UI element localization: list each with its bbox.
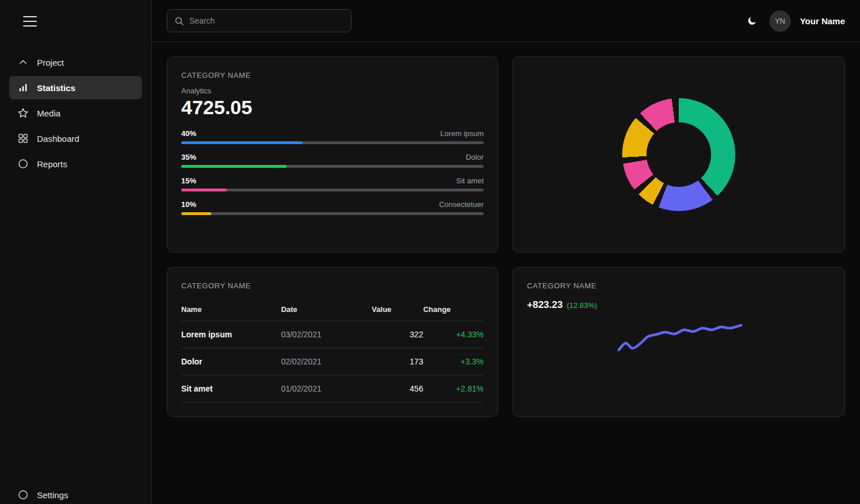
moon-icon — [746, 16, 757, 27]
cell-value: 456 — [372, 375, 423, 403]
table-row: Lorem ipsum 03/02/2021 322 +4.33% — [181, 321, 484, 348]
grid-icon — [17, 133, 29, 144]
sidebar-nav: Project Statistics Media — [0, 50, 151, 176]
progress-bar-list: 40% Lorem ipsum 35% Dolor — [181, 129, 484, 215]
progress-fill — [181, 189, 227, 191]
user-name: Your Name — [800, 16, 845, 26]
main-area: YN Your Name CATEGORY NAME Analytics 472… — [152, 0, 860, 504]
cell-name: Lorem ipsum — [181, 321, 281, 348]
cell-value: 173 — [372, 348, 423, 375]
content-grid: CATEGORY NAME Analytics 4725.05 40% Lore… — [152, 42, 860, 431]
donut-card — [513, 57, 845, 253]
column-header: Change — [423, 300, 484, 321]
cell-date: 02/02/2021 — [281, 348, 372, 375]
chevron-up-icon — [17, 57, 29, 68]
progress-fill — [181, 212, 211, 215]
trend-change: (12.83%) — [567, 301, 597, 310]
stats-card: CATEGORY NAME Analytics 4725.05 40% Lore… — [167, 57, 498, 253]
stats-big-number: 4725.05 — [181, 96, 484, 119]
progress-fill — [181, 141, 302, 144]
avatar[interactable]: YN — [769, 10, 791, 32]
progress-bar-row: 35% Dolor — [181, 153, 484, 168]
dark-mode-toggle[interactable] — [744, 13, 760, 29]
progress-bar-row: 10% Consectetuer — [181, 200, 484, 215]
cell-change: +2.81% — [423, 375, 484, 403]
trend-value-row: +823.23 (12.83%) — [527, 299, 831, 311]
cell-date: 01/02/2021 — [281, 375, 372, 403]
cell-change: +3.3% — [423, 348, 484, 375]
bar-percent: 35% — [181, 153, 196, 161]
bar-percent: 40% — [181, 129, 196, 138]
hamburger-menu-icon[interactable] — [23, 16, 37, 27]
trend-card: CATEGORY NAME +823.23 (12.83%) — [513, 267, 845, 417]
progress-bar-row: 15% Sit amet — [181, 176, 484, 191]
bar-chart-icon — [17, 82, 29, 93]
circle-icon — [17, 489, 29, 501]
table-row: Dolor 02/02/2021 173 +3.3% — [181, 348, 484, 375]
card-category-label: CATEGORY NAME — [181, 281, 484, 290]
bar-label: Sit amet — [456, 176, 484, 185]
progress-fill — [181, 165, 287, 168]
sidebar-item-label: Media — [37, 108, 61, 118]
search-icon — [174, 16, 184, 26]
sidebar-item-label: Project — [37, 58, 64, 67]
circle-icon — [17, 158, 29, 170]
cell-name: Dolor — [181, 348, 281, 375]
donut-hole — [646, 122, 711, 187]
search-box[interactable] — [167, 9, 352, 32]
bar-label: Lorem ipsum — [440, 129, 484, 138]
data-table: Name Date Value Change Lorem ipsum 03/02… — [181, 300, 484, 403]
sparkline-chart — [527, 318, 832, 387]
sidebar-item-label: Statistics — [37, 83, 76, 93]
topbar-right: YN Your Name — [744, 10, 845, 32]
sidebar-item-project[interactable]: Project — [9, 51, 142, 74]
sidebar-item-media[interactable]: Media — [9, 101, 142, 125]
card-category-label: CATEGORY NAME — [181, 71, 484, 80]
sidebar-item-label: Settings — [37, 490, 68, 500]
column-header: Value — [372, 300, 423, 321]
sidebar: Project Statistics Media — [0, 0, 152, 504]
progress-track — [181, 141, 484, 144]
donut-chart — [622, 98, 735, 211]
sidebar-footer: Settings — [0, 482, 151, 504]
sidebar-item-statistics[interactable]: Statistics — [9, 76, 142, 99]
column-header: Date — [281, 300, 372, 321]
cell-name: Sit amet — [181, 375, 281, 403]
cell-change: +4.33% — [423, 321, 484, 348]
card-category-label: CATEGORY NAME — [527, 281, 831, 290]
progress-track — [181, 165, 484, 168]
bar-percent: 10% — [181, 200, 196, 209]
sidebar-item-dashboard[interactable]: Dashboard — [9, 127, 142, 150]
cell-date: 03/02/2021 — [281, 321, 372, 348]
table-header-row: Name Date Value Change — [181, 300, 484, 321]
bar-label: Dolor — [466, 153, 484, 161]
progress-bar-row: 40% Lorem ipsum — [181, 129, 484, 144]
star-icon — [17, 107, 29, 119]
topbar: YN Your Name — [152, 0, 860, 42]
search-input[interactable] — [189, 16, 344, 25]
sidebar-item-label: Reports — [37, 159, 68, 169]
bar-label: Consectetuer — [439, 200, 484, 209]
cell-value: 322 — [372, 321, 423, 348]
bar-percent: 15% — [181, 176, 196, 185]
progress-track — [181, 189, 484, 191]
sidebar-item-settings[interactable]: Settings — [9, 483, 142, 504]
table-card: CATEGORY NAME Name Date Value Change Lor… — [167, 267, 498, 417]
table-row: Sit amet 01/02/2021 456 +2.81% — [181, 375, 484, 403]
progress-track — [181, 212, 484, 215]
app-root: Project Statistics Media — [0, 0, 860, 504]
trend-value: +823.23 — [527, 299, 563, 311]
stats-subtitle: Analytics — [181, 86, 484, 95]
column-header: Name — [181, 300, 281, 321]
sidebar-item-reports[interactable]: Reports — [9, 152, 142, 175]
sidebar-item-label: Dashboard — [37, 134, 79, 144]
